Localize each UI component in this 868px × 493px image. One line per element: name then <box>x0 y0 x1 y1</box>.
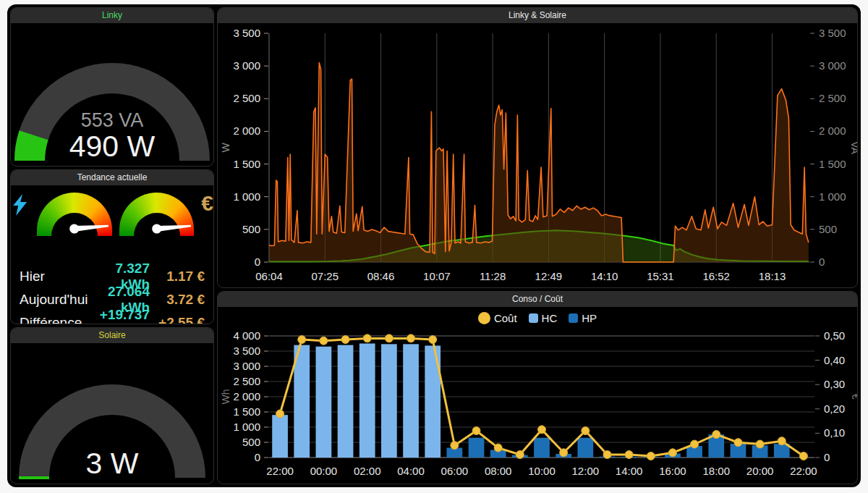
svg-text:22:00: 22:00 <box>266 465 294 477</box>
legend-item-cout[interactable]: Coût <box>478 312 517 324</box>
svg-text:0: 0 <box>255 451 260 463</box>
svg-text:12:49: 12:49 <box>535 270 563 282</box>
panel-tendance-title: Tendance actuelle <box>77 172 148 182</box>
solaire-primary-value: 3 W <box>86 447 139 480</box>
svg-text:18:00: 18:00 <box>703 465 731 477</box>
svg-text:1 500: 1 500 <box>233 158 260 170</box>
cout-swatch-icon <box>478 312 490 324</box>
panel-linky-header: Linky <box>11 8 213 23</box>
svg-text:3 500: 3 500 <box>233 345 260 357</box>
svg-text:06:04: 06:04 <box>255 270 283 282</box>
solaire-gauge-svg: 3 W <box>11 343 213 484</box>
panel-linky-solaire-chart: Linky & Solaire 06:0407:2508:4610:0711:2… <box>217 7 858 288</box>
svg-text:0: 0 <box>819 256 825 268</box>
svg-text:22:00: 22:00 <box>790 465 817 477</box>
panel-linky-solaire-header: Linky & Solaire <box>218 8 857 23</box>
trend-row-hier: Hier 7.327 kWh 1.17 € <box>20 261 205 284</box>
hc-swatch-icon <box>529 313 538 323</box>
svg-text:500: 500 <box>242 223 260 235</box>
trend-row-label: Aujourd'hui <box>20 292 95 308</box>
svg-text:10:00: 10:00 <box>528 465 556 477</box>
svg-text:0,30: 0,30 <box>824 378 845 390</box>
trend-row-cost: +2.55 € <box>150 315 205 324</box>
svg-text:0,20: 0,20 <box>824 403 845 415</box>
svg-text:15:31: 15:31 <box>647 270 674 282</box>
svg-text:14:10: 14:10 <box>591 270 618 282</box>
svg-text:Wh: Wh <box>220 389 231 405</box>
svg-text:06:00: 06:00 <box>441 465 469 477</box>
chart-legend: Coût HC HP <box>218 307 857 329</box>
trend-row-difference: Différence +19.737 kWh +2.55 € <box>20 307 205 324</box>
linky-secondary-value: 553 VA <box>81 109 144 131</box>
svg-text:00:00: 00:00 <box>310 465 338 477</box>
svg-text:€: € <box>850 394 857 400</box>
svg-text:0,40: 0,40 <box>824 354 845 366</box>
panel-conso-cout-chart: Conso / Coût Coût HC HP 05001 0001 5002 … <box>217 291 858 484</box>
svg-text:2 000: 2 000 <box>819 125 846 137</box>
trend-row-aujourdhui: Aujourd'hui 27.064 kWh 3.72 € <box>20 284 205 307</box>
legend-label: HC <box>542 312 558 324</box>
trend-row-energy: +19.737 kWh <box>95 307 150 324</box>
svg-text:1 000: 1 000 <box>233 190 260 203</box>
panel-conso-title: Conso / Coût <box>512 294 563 304</box>
svg-text:500: 500 <box>819 223 837 235</box>
euro-icon: € <box>201 194 213 213</box>
svg-text:16:52: 16:52 <box>702 270 730 282</box>
svg-text:0,10: 0,10 <box>824 426 845 439</box>
svg-text:10:07: 10:07 <box>423 270 451 282</box>
trend-gauges: € <box>11 185 213 259</box>
panel-solaire-title: Solaire <box>98 330 125 340</box>
svg-text:18:13: 18:13 <box>759 270 786 282</box>
svg-text:14:00: 14:00 <box>616 465 643 477</box>
svg-text:3 000: 3 000 <box>233 59 260 72</box>
svg-text:0: 0 <box>255 256 260 268</box>
svg-text:4 000: 4 000 <box>233 329 260 342</box>
svg-text:20:00: 20:00 <box>746 465 774 477</box>
svg-text:3 500: 3 500 <box>819 27 846 39</box>
trend-gauge-energy <box>37 193 112 236</box>
svg-text:2 000: 2 000 <box>233 125 260 137</box>
legend-label: Coût <box>494 312 517 324</box>
trend-rows: Hier 7.327 kWh 1.17 € Aujourd'hui 27.064… <box>11 259 213 324</box>
trend-row-cost: 3.72 € <box>150 292 205 308</box>
svg-text:08:46: 08:46 <box>367 270 395 282</box>
svg-text:04:00: 04:00 <box>397 465 425 477</box>
trend-gauge-cost-needle <box>119 193 194 231</box>
conso-cout-chart[interactable]: 05001 0001 5002 0002 5003 0003 5004 0000… <box>218 329 857 484</box>
svg-text:1 500: 1 500 <box>233 405 260 418</box>
linky-gauge-svg: 553 VA 490 W <box>11 23 213 166</box>
panel-conso-header: Conso / Coût <box>218 292 857 307</box>
panel-linky-solaire-title: Linky & Solaire <box>509 10 566 20</box>
svg-text:1 000: 1 000 <box>819 190 846 203</box>
lightning-icon <box>11 194 30 216</box>
svg-text:3 000: 3 000 <box>819 59 846 72</box>
trend-gauge-cost <box>119 193 195 236</box>
svg-text:07:25: 07:25 <box>312 270 339 282</box>
svg-text:1 500: 1 500 <box>819 158 846 170</box>
panel-tendance-header: Tendance actuelle <box>11 170 213 185</box>
legend-item-hp[interactable]: HP <box>569 312 597 324</box>
trend-row-label: Différence <box>20 315 95 324</box>
svg-text:W: W <box>220 143 231 153</box>
svg-text:0,50: 0,50 <box>824 329 845 342</box>
solaire-gauge: 3 W <box>11 343 213 484</box>
svg-text:2 000: 2 000 <box>233 390 260 403</box>
trend-gauge-energy-needle <box>37 193 111 231</box>
legend-label: HP <box>582 312 597 324</box>
svg-text:1 000: 1 000 <box>233 421 260 433</box>
panel-linky: Linky 553 VA 490 W <box>10 7 214 167</box>
linky-solaire-chart[interactable]: 06:0407:2508:4610:0711:2812:4914:1015:31… <box>218 23 857 287</box>
svg-text:2 500: 2 500 <box>233 375 260 387</box>
hp-swatch-icon <box>569 313 578 323</box>
panel-solaire: Solaire 3 W <box>10 327 214 484</box>
linky-primary-value: 490 W <box>69 130 156 163</box>
svg-text:12:00: 12:00 <box>572 465 600 477</box>
svg-text:02:00: 02:00 <box>354 465 381 477</box>
panel-linky-title: Linky <box>102 10 122 20</box>
legend-item-hc[interactable]: HC <box>529 312 558 324</box>
svg-text:500: 500 <box>242 436 260 448</box>
energy-dashboard: Linky 553 VA 490 W Tendance actuelle <box>7 4 861 487</box>
panel-solaire-header: Solaire <box>11 328 213 343</box>
svg-text:3 000: 3 000 <box>233 360 260 372</box>
solaire-gauge-value-line <box>19 476 49 479</box>
